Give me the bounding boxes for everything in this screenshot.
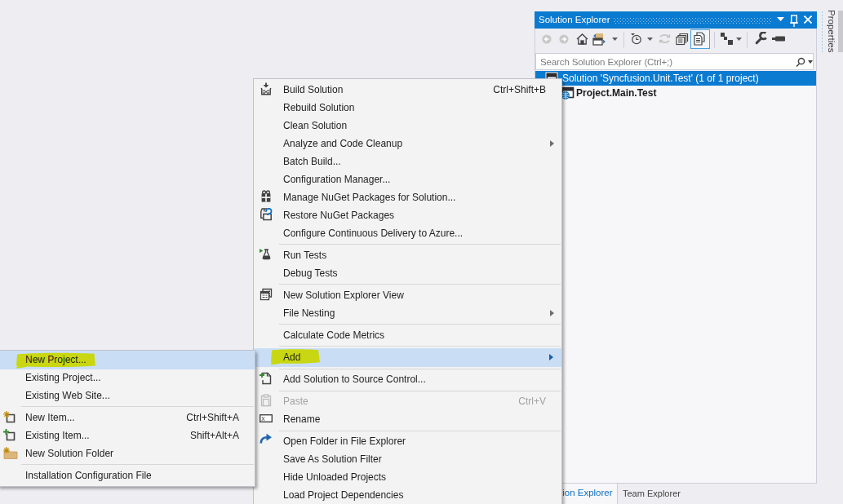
svg-text:X: X — [261, 416, 265, 422]
